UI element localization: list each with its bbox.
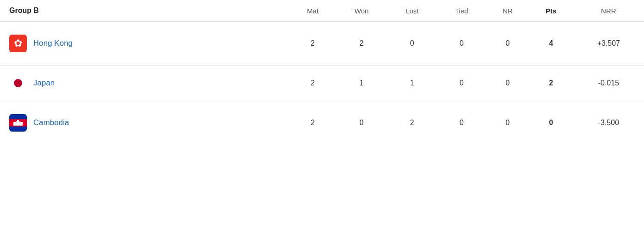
flag-icon — [9, 114, 27, 132]
nr-value: 0 — [486, 66, 529, 101]
team-cell-inner: Cambodia — [9, 114, 285, 132]
svg-rect-5 — [16, 121, 20, 125]
table-row: Japan 211002-0.015 — [0, 66, 644, 101]
won-value: 0 — [336, 101, 387, 145]
team-name[interactable]: Cambodia — [33, 118, 69, 127]
pts-value: 0 — [529, 101, 573, 145]
lost-header: Lost — [387, 0, 437, 22]
pts-value: 4 — [529, 22, 573, 66]
mat-value: 2 — [290, 101, 336, 145]
standings-table: Group B Mat Won Lost Tied NR Pts NRR ✿ H… — [0, 0, 644, 145]
tied-value: 0 — [437, 22, 486, 66]
won-value: 2 — [336, 22, 387, 66]
team-cell-inner: ✿ Hong Kong — [9, 35, 285, 52]
tied-value: 0 — [437, 101, 486, 145]
tied-header: Tied — [437, 0, 486, 22]
pts-header: Pts — [529, 0, 573, 22]
lost-value: 0 — [387, 22, 437, 66]
table-row: Cambodia 202000-3.500 — [0, 101, 644, 145]
pts-value: 2 — [529, 66, 573, 101]
lost-value: 1 — [387, 66, 437, 101]
lost-value: 2 — [387, 101, 437, 145]
mat-value: 2 — [290, 66, 336, 101]
cambodia-angkor-icon — [12, 119, 24, 127]
nrr-header: NRR — [573, 0, 644, 22]
tied-value: 0 — [437, 66, 486, 101]
flag-icon: ✿ — [9, 35, 27, 52]
nrr-value: -3.500 — [573, 101, 644, 145]
nrr-value: -0.015 — [573, 66, 644, 101]
mat-header: Mat — [290, 0, 336, 22]
japan-flag-icon — [14, 79, 22, 87]
standings-container: Group B Mat Won Lost Tied NR Pts NRR ✿ H… — [0, 0, 644, 145]
team-name[interactable]: Japan — [33, 78, 55, 88]
nrr-value: +3.507 — [573, 22, 644, 66]
nr-value: 0 — [486, 101, 529, 145]
team-cell-inner: Japan — [9, 78, 285, 88]
team-cell: ✿ Hong Kong — [0, 22, 290, 66]
won-value: 1 — [336, 66, 387, 101]
group-label: Group B — [0, 0, 290, 22]
mat-value: 2 — [290, 22, 336, 66]
won-header: Won — [336, 0, 387, 22]
hk-bauhinia-icon: ✿ — [14, 38, 22, 48]
table-row: ✿ Hong Kong 220004+3.507 — [0, 22, 644, 66]
nr-header: NR — [486, 0, 529, 22]
team-cell: Cambodia — [0, 101, 290, 145]
nr-value: 0 — [486, 22, 529, 66]
team-cell: Japan — [0, 66, 290, 101]
team-name[interactable]: Hong Kong — [33, 39, 73, 48]
